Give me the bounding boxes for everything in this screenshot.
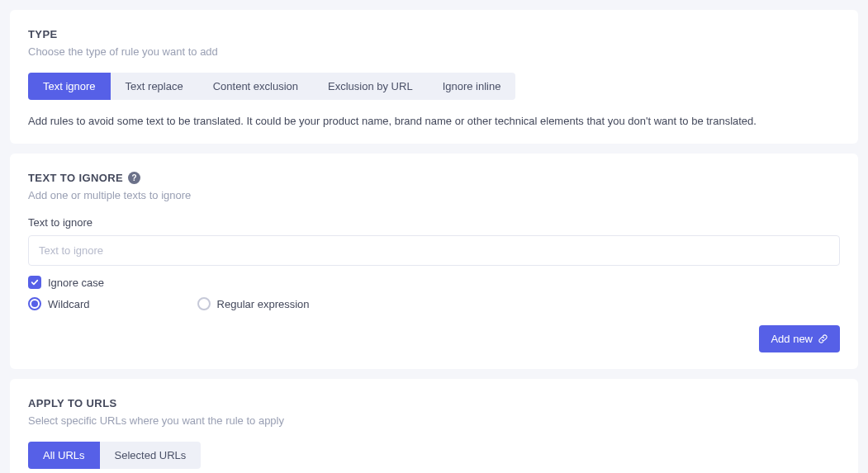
tab-text-replace[interactable]: Text replace xyxy=(111,73,198,100)
ignore-title-text: TEXT TO IGNORE xyxy=(28,172,123,184)
add-new-button[interactable]: Add new xyxy=(759,325,840,352)
ignore-title: TEXT TO IGNORE ? xyxy=(28,172,840,184)
ignore-panel: TEXT TO IGNORE ? Add one or multiple tex… xyxy=(10,154,858,369)
type-title: TYPE xyxy=(28,28,840,40)
apply-tabs: All URLs Selected URLs xyxy=(28,442,201,469)
regex-option[interactable]: Regular expression xyxy=(197,297,310,310)
add-new-label: Add new xyxy=(771,333,813,345)
apply-title: APPLY TO URLS xyxy=(28,397,840,409)
regex-radio[interactable] xyxy=(197,297,211,310)
ignore-subtitle: Add one or multiple texts to ignore xyxy=(28,189,840,201)
tab-text-ignore[interactable]: Text ignore xyxy=(28,73,111,100)
help-icon[interactable]: ? xyxy=(128,172,140,184)
check-icon xyxy=(31,278,39,286)
ignore-field-label: Text to ignore xyxy=(28,216,840,229)
tab-content-exclusion[interactable]: Content exclusion xyxy=(198,73,313,100)
tab-exclusion-by-url[interactable]: Exclusion by URL xyxy=(313,73,428,100)
tab-selected-urls[interactable]: Selected URLs xyxy=(100,442,202,469)
ignore-case-checkbox[interactable] xyxy=(28,276,41,289)
text-to-ignore-input[interactable] xyxy=(28,235,840,266)
wildcard-option[interactable]: Wildcard xyxy=(28,297,90,310)
type-panel: TYPE Choose the type of rule you want to… xyxy=(10,10,858,144)
tab-ignore-inline[interactable]: Ignore inline xyxy=(428,73,516,100)
regex-label: Regular expression xyxy=(217,298,310,310)
type-tabs: Text ignore Text replace Content exclusi… xyxy=(28,73,515,100)
apply-panel: APPLY TO URLS Select specific URLs where… xyxy=(10,379,858,473)
match-mode-row: Wildcard Regular expression xyxy=(28,297,840,310)
type-description: Add rules to avoid some text to be trans… xyxy=(28,115,840,127)
wildcard-radio[interactable] xyxy=(28,297,41,310)
link-icon xyxy=(818,333,828,344)
ignore-case-label: Ignore case xyxy=(48,277,104,289)
ignore-case-row: Ignore case xyxy=(28,276,840,289)
apply-subtitle: Select specific URLs where you want the … xyxy=(28,414,840,427)
wildcard-label: Wildcard xyxy=(48,298,90,310)
ignore-actions: Add new xyxy=(28,325,840,352)
type-subtitle: Choose the type of rule you want to add xyxy=(28,45,840,58)
tab-all-urls[interactable]: All URLs xyxy=(28,442,100,469)
